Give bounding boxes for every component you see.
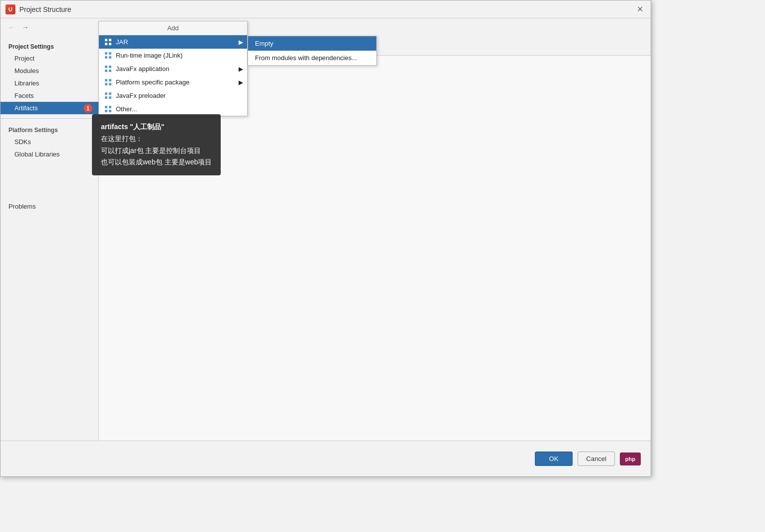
- sidebar-item-modules[interactable]: Modules: [0, 65, 98, 77]
- tooltip-line-1: 在这里打包：: [101, 133, 212, 145]
- menu-item-runtime[interactable]: Run-time image (JLink): [99, 49, 247, 62]
- title-bar-left: U Project Structure: [5, 4, 71, 14]
- menu-item-platform[interactable]: Platform specific package ▶: [99, 76, 247, 89]
- project-settings-section: Project Settings: [0, 40, 98, 52]
- platform-arrow: ▶: [239, 79, 243, 86]
- tooltip-line-2: 可以打成jar包 主要是控制台项目: [101, 145, 212, 157]
- platform-settings-section: Platform Settings: [0, 123, 98, 136]
- preloader-icon: [105, 92, 112, 99]
- runtime-icon: [105, 52, 112, 59]
- ok-button[interactable]: OK: [535, 452, 573, 466]
- jar-icon: [105, 39, 112, 46]
- sidebar-item-global-libraries[interactable]: Global Libraries: [0, 148, 98, 160]
- submenu-item-empty[interactable]: Empty: [248, 36, 376, 51]
- sidebar: Project Settings Project Modules Librari…: [0, 36, 99, 458]
- tooltip-title: artifacts "人工制品": [101, 121, 212, 133]
- jar-submenu: Empty From modules with dependencies...: [248, 36, 377, 66]
- sidebar-item-facets[interactable]: Facets: [0, 89, 98, 102]
- sidebar-item-artifacts[interactable]: Artifacts 1: [0, 102, 98, 114]
- javafx-arrow: ▶: [239, 66, 243, 73]
- cancel-button[interactable]: Cancel: [578, 452, 614, 466]
- title-bar: U Project Structure ✕: [0, 0, 651, 18]
- sidebar-item-problems[interactable]: Problems: [0, 200, 98, 213]
- back-button[interactable]: ←: [5, 21, 17, 33]
- menu-item-preloader[interactable]: JavaFx preloader: [99, 89, 247, 102]
- jar-arrow: ▶: [239, 39, 243, 46]
- window-title: Project Structure: [19, 5, 71, 13]
- menu-item-javafx[interactable]: JavaFx application ▶: [99, 62, 247, 76]
- sidebar-item-sdks[interactable]: SDKs: [0, 136, 98, 148]
- add-dropdown-header: Add: [99, 21, 247, 35]
- tooltip-box: artifacts "人工制品" 在这里打包： 可以打成jar包 主要是控制台项…: [92, 114, 221, 175]
- platform-icon: [105, 79, 112, 86]
- close-button[interactable]: ✕: [634, 3, 646, 15]
- php-label: php: [625, 456, 635, 462]
- sidebar-item-project[interactable]: Project: [0, 52, 98, 65]
- submenu-item-from-modules[interactable]: From modules with dependencies...: [248, 51, 376, 65]
- project-structure-dialog: U Project Structure ✕ ← → Project Settin…: [0, 0, 651, 477]
- javafx-icon: [105, 66, 112, 73]
- other-icon: [105, 106, 112, 113]
- menu-item-other[interactable]: Other...: [99, 102, 247, 116]
- sidebar-item-libraries[interactable]: Libraries: [0, 77, 98, 89]
- dropdown-container: Add JAR ▶ Run-time image (JLink) JavaFx …: [98, 21, 248, 116]
- menu-item-jar[interactable]: JAR ▶: [99, 35, 247, 49]
- bottom-bar: OK Cancel php: [0, 441, 651, 476]
- tooltip-line-3: 也可以包装成web包 主要是web项目: [101, 156, 212, 168]
- forward-button[interactable]: →: [19, 21, 31, 33]
- artifacts-badge: 1: [84, 104, 92, 113]
- add-dropdown: Add JAR ▶ Run-time image (JLink) JavaFx …: [98, 21, 248, 116]
- sidebar-divider: [0, 118, 98, 119]
- php-button[interactable]: php: [620, 453, 641, 465]
- app-icon: U: [5, 4, 15, 14]
